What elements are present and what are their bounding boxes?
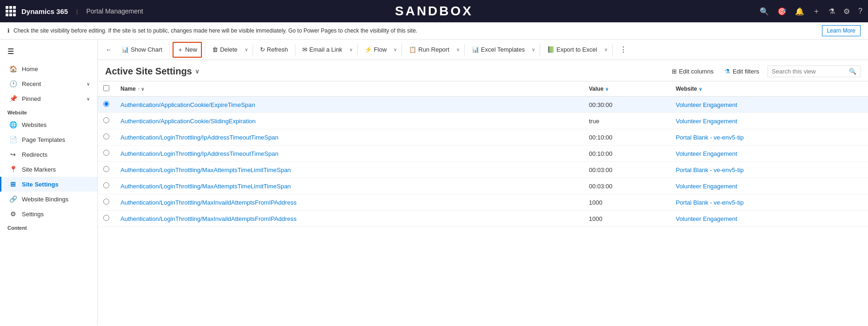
new-button[interactable]: ＋ New (173, 42, 202, 58)
export-excel-button[interactable]: 📗 Export to Excel (543, 43, 601, 56)
flow-button[interactable]: ⚡ Flow (361, 43, 391, 56)
nav-right: 🔍 🎯 🔔 ＋ ⚗ ⚙ ? (760, 7, 862, 16)
view-title-chevron[interactable]: ∨ (195, 68, 200, 75)
th-value-label: Value (589, 86, 603, 92)
row-name: Authentication/LoginThrottling/IpAddress… (115, 129, 583, 146)
row-value: 1000 (583, 194, 670, 211)
sidebar-item-site-markers[interactable]: 📍 Site Markers (0, 162, 97, 177)
row-website-link[interactable]: Volunteer Engagement (676, 150, 737, 157)
select-all-checkbox[interactable] (103, 85, 109, 91)
row-radio[interactable] (103, 182, 109, 188)
row-radio[interactable] (103, 150, 109, 156)
row-website: Portal Blank - ve-env5-tip (670, 194, 868, 211)
sidebar-item-websites[interactable]: 🌐 Websites (0, 117, 97, 132)
row-radio[interactable] (103, 133, 109, 140)
plus-icon[interactable]: ＋ (813, 7, 820, 16)
view-title-text: Active Site Settings (105, 66, 192, 77)
back-button[interactable]: ← (101, 43, 116, 57)
row-website-link[interactable]: Portal Blank - ve-env5-tip (676, 134, 744, 141)
row-value: 00:03:00 (583, 162, 670, 178)
value-filter-icon[interactable]: ∨ (605, 86, 608, 92)
target-icon[interactable]: 🎯 (777, 7, 787, 16)
help-icon[interactable]: ? (858, 7, 862, 15)
run-report-button[interactable]: 📋 Run Report (405, 43, 453, 56)
export-icon: 📗 (547, 46, 554, 53)
sidebar-item-redirects[interactable]: ↪ Redirects (0, 147, 97, 162)
more-button[interactable]: ⋮ (615, 42, 631, 57)
row-radio[interactable] (103, 101, 109, 107)
row-name-link[interactable]: Authentication/LoginThrottling/IpAddress… (120, 134, 278, 141)
row-radio-cell (98, 178, 115, 194)
row-name-link[interactable]: Authentication/LoginThrottling/MaxAttemp… (120, 166, 291, 173)
run-report-chevron[interactable]: ∨ (454, 44, 461, 55)
top-nav: Dynamics 365 | Portal Management SANDBOX… (0, 0, 868, 22)
row-website-link[interactable]: Volunteer Engagement (676, 118, 737, 125)
row-name-link[interactable]: Authentication/ApplicationCookie/Sliding… (120, 118, 256, 125)
row-website-link[interactable]: Portal Blank - ve-env5-tip (676, 199, 744, 206)
filter-icon[interactable]: ⚗ (828, 7, 835, 16)
row-value: 1000 (583, 211, 670, 227)
learn-more-button[interactable]: Learn More (822, 25, 861, 36)
website-filter-icon[interactable]: ∨ (699, 86, 702, 92)
row-website: Volunteer Engagement (670, 211, 868, 227)
row-radio[interactable] (103, 166, 109, 172)
settings-icon[interactable]: ⚙ (843, 7, 850, 16)
view-actions: ⊞ Edit columns ⚗ Edit filters 🔍 (669, 66, 861, 77)
websites-icon: 🌐 (9, 121, 17, 128)
row-website-link[interactable]: Portal Blank - ve-env5-tip (676, 166, 744, 173)
sidebar-item-website-bindings[interactable]: 🔗 Website Bindings (0, 192, 97, 206)
show-chart-button[interactable]: 📊 Show Chart (117, 43, 167, 56)
refresh-button[interactable]: ↻ Refresh (256, 43, 293, 56)
row-radio[interactable] (103, 117, 109, 123)
row-website: Portal Blank - ve-env5-tip (670, 162, 868, 178)
search-input[interactable] (772, 68, 849, 75)
edit-filters-button[interactable]: ⚗ Edit filters (722, 66, 762, 77)
home-icon: 🏠 (9, 65, 17, 73)
export-chevron[interactable]: ∨ (602, 44, 609, 55)
row-radio-cell (98, 194, 115, 211)
table-row: Authentication/ApplicationCookie/Sliding… (98, 113, 868, 129)
search-icon[interactable]: 🔍 (760, 7, 769, 16)
cmd-divider-4 (295, 44, 295, 55)
content-area: ← 📊 Show Chart ＋ New 🗑 Delete ∨ ↻ Refres… (98, 40, 868, 326)
delete-chevron[interactable]: ∨ (243, 44, 250, 55)
sidebar-item-pinned[interactable]: 📌 Pinned ∨ (0, 91, 97, 106)
nav-divider: | (76, 8, 78, 15)
excel-templates-button[interactable]: 📊 Excel Templates (467, 43, 529, 56)
name-sort-icon[interactable]: ↑ ∨ (138, 86, 145, 92)
sidebar-hamburger[interactable]: ☰ (0, 43, 97, 61)
row-website-link[interactable]: Volunteer Engagement (676, 215, 737, 222)
sidebar-item-home[interactable]: 🏠 Home (0, 61, 97, 76)
excel-templates-chevron[interactable]: ∨ (530, 44, 537, 55)
row-name-link[interactable]: Authentication/LoginThrottling/MaxAttemp… (120, 183, 291, 190)
row-name-link[interactable]: Authentication/LoginThrottling/MaxInvail… (120, 199, 296, 206)
row-radio[interactable] (103, 199, 109, 205)
bell-icon[interactable]: 🔔 (795, 7, 804, 16)
row-radio-cell (98, 129, 115, 146)
row-website-link[interactable]: Volunteer Engagement (676, 101, 737, 108)
edit-columns-button[interactable]: ⊞ Edit columns (669, 66, 716, 77)
th-website: Website ∨ (670, 81, 868, 97)
sidebar-item-page-templates[interactable]: 📄 Page Templates (0, 132, 97, 147)
sidebar-item-recent[interactable]: 🕐 Recent ∨ (0, 76, 97, 91)
row-name-link[interactable]: Authentication/ApplicationCookie/ExpireT… (120, 101, 255, 108)
flow-chevron[interactable]: ∨ (392, 44, 399, 55)
row-name-link[interactable]: Authentication/LoginThrottling/MaxInvail… (120, 215, 296, 222)
email-chevron[interactable]: ∨ (347, 44, 354, 55)
row-radio-cell (98, 113, 115, 129)
row-name-link[interactable]: Authentication/LoginThrottling/IpAddress… (120, 150, 278, 157)
table-row: Authentication/LoginThrottling/IpAddress… (98, 146, 868, 162)
excel-templates-label: Excel Templates (481, 46, 525, 53)
row-website-link[interactable]: Volunteer Engagement (676, 183, 737, 190)
sidebar-item-site-settings[interactable]: ⊞ Site Settings (0, 177, 97, 192)
sidebar-label-site-markers: Site Markers (22, 166, 56, 173)
waffle-icon[interactable] (6, 6, 16, 16)
recent-icon: 🕐 (9, 80, 17, 87)
sidebar-item-settings[interactable]: ⚙ Settings (0, 206, 97, 221)
table-row: Authentication/LoginThrottling/MaxInvail… (98, 211, 868, 227)
row-radio[interactable] (103, 215, 109, 221)
sidebar-label-redirects: Redirects (22, 151, 47, 158)
delete-button[interactable]: 🗑 Delete (208, 43, 242, 56)
email-link-button[interactable]: ✉ Email a Link (298, 43, 347, 56)
row-website: Portal Blank - ve-env5-tip (670, 129, 868, 146)
